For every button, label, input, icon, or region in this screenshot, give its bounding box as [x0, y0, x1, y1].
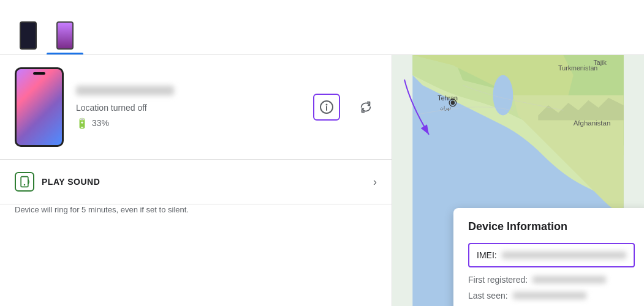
map-label-afghanistan: Afghanistan	[574, 119, 611, 127]
play-sound-label: PLAY SOUND	[42, 177, 366, 187]
device-image	[15, 67, 64, 147]
imei-label: IMEI:	[477, 250, 497, 260]
phone-sound-icon	[18, 176, 31, 188]
imei-value-blurred	[502, 252, 626, 259]
imei-row: IMEI:	[468, 243, 635, 267]
device-row: Location turned off 🔋 33%	[0, 55, 392, 160]
battery-percent: 33%	[92, 118, 109, 128]
device-name-blurred	[76, 86, 174, 95]
map-panel: Turkmenistan Tehran تهران Afghanistan Ta…	[392, 55, 644, 306]
last-seen-label: Last seen:	[468, 291, 508, 300]
refresh-button[interactable]	[355, 96, 377, 118]
tab-bar	[0, 0, 644, 55]
device-info-popup: Device Information IMEI: First registere…	[453, 208, 644, 306]
refresh-icon	[359, 100, 373, 114]
first-registered-row: First registered:	[468, 275, 635, 285]
info-icon	[319, 100, 334, 114]
map-label-turkmenistan: Turkmenistan	[558, 64, 597, 72]
play-sound-row[interactable]: PLAY SOUND ›	[0, 160, 392, 204]
popup-title: Device Information	[468, 220, 635, 233]
device-details: Location turned off 🔋 33%	[76, 86, 301, 129]
device-screen	[15, 67, 64, 147]
tab-device-1[interactable]	[10, 17, 47, 54]
play-sound-description: Device will ring for 5 minutes, even if …	[0, 204, 392, 225]
first-registered-label: First registered:	[468, 275, 528, 285]
tab-device-2[interactable]	[47, 17, 83, 54]
last-seen-value-blurred	[513, 292, 586, 299]
main-content: Location turned off 🔋 33%	[0, 55, 644, 306]
left-panel: Location turned off 🔋 33%	[0, 55, 392, 306]
play-sound-icon	[15, 172, 34, 192]
chevron-icon: ›	[373, 176, 377, 188]
battery-icon: 🔋	[76, 118, 88, 129]
device-2-thumbnail	[56, 21, 74, 50]
location-status: Location turned off	[76, 103, 301, 113]
battery-row: 🔋 33%	[76, 118, 301, 129]
svg-point-7	[451, 101, 455, 105]
map-label-tehran: Tehran	[438, 94, 458, 102]
last-seen-row: Last seen:	[468, 291, 635, 300]
info-button[interactable]	[313, 94, 340, 121]
device-1-thumbnail	[20, 21, 37, 50]
map-label-tajik: Tajik	[594, 59, 607, 66]
first-registered-value-blurred	[532, 276, 606, 283]
svg-point-6	[493, 75, 513, 116]
